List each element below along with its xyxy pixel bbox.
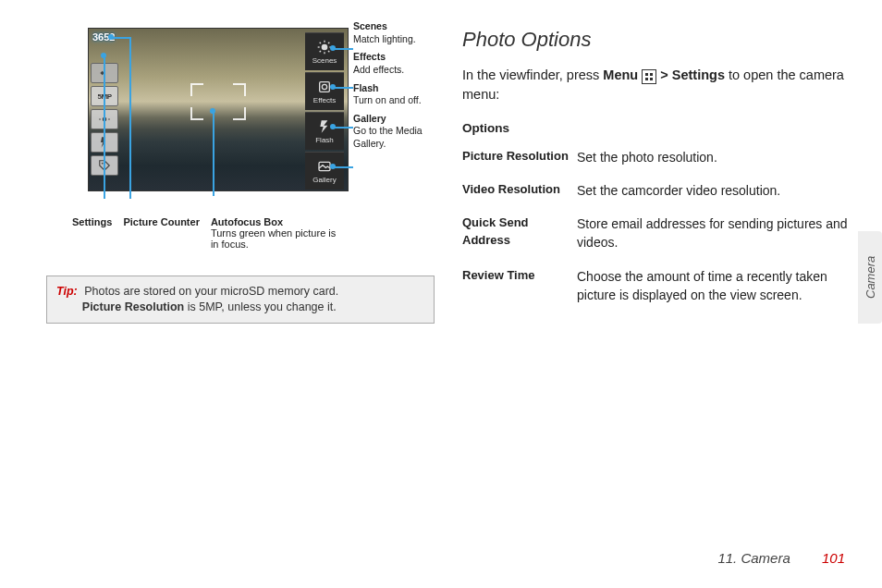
anno-autofocus-desc: Turns green when picture is in focus. — [211, 227, 336, 250]
anno-settings-title: Settings — [72, 216, 112, 227]
opt-picture-res-v: Set the photo resolution. — [577, 142, 854, 176]
footer-chapter: 11. Camera — [717, 550, 790, 566]
table-row: Review Time Choose the amount of time a … — [462, 262, 854, 314]
svg-rect-19 — [650, 73, 653, 76]
scenes-label: Scenes — [312, 56, 337, 65]
tip-line1: Photos are stored on your microSD memory… — [84, 285, 338, 298]
menu-key-icon — [642, 69, 656, 84]
intro-pre: In the viewfinder, press — [462, 67, 603, 82]
anno-gallery-desc: Go to the Media Gallery. — [353, 125, 423, 149]
table-row: Picture Resolution Set the photo resolut… — [462, 142, 854, 176]
viewfinder-preview: 3652 Scenes Effects Flash — [88, 28, 349, 191]
opt-review-v: Choose the amount of time a recently tak… — [577, 262, 854, 314]
camera-screenshot: 3652 Scenes Effects Flash — [46, 28, 411, 213]
footer-page: 101 — [822, 550, 845, 566]
right-annotations: ScenesMatch lighting. EffectsAdd effects… — [353, 20, 427, 156]
svg-line-6 — [328, 51, 329, 52]
tip-box: Tip: Photos are stored on your microSD m… — [46, 276, 435, 324]
anno-effects-title: Effects — [353, 51, 427, 64]
opt-video-res-k: Video Resolution — [462, 176, 577, 209]
options-header: Options — [462, 117, 854, 142]
tip-line2-post: is 5MP, unless you change it. — [184, 300, 336, 313]
intro-settings: Settings — [672, 67, 725, 82]
svg-line-7 — [320, 51, 321, 52]
anno-autofocus-title: Autofocus Box — [211, 216, 283, 227]
opt-picture-res-k: Picture Resolution — [462, 142, 577, 176]
under-annotations: Settings Picture Counter Autofocus Box T… — [46, 216, 435, 250]
anno-flash-desc: Turn on and off. — [353, 94, 422, 105]
tip-line2-bold: Picture Resolution — [82, 300, 184, 313]
flash-button[interactable]: Flash — [305, 112, 344, 150]
anno-counter-title: Picture Counter — [123, 216, 200, 227]
anno-gallery-title: Gallery — [353, 113, 427, 126]
section-tab: Camera — [858, 231, 882, 324]
gallery-label: Gallery — [312, 176, 336, 184]
svg-point-10 — [322, 84, 326, 89]
effects-label: Effects — [313, 96, 336, 104]
autofocus-box — [190, 83, 246, 120]
anno-scenes-desc: Match lighting. — [353, 33, 416, 44]
svg-rect-21 — [650, 78, 653, 80]
opt-quicksend-k: Quick Send Address — [462, 209, 577, 262]
svg-line-5 — [320, 42, 321, 43]
anno-effects-desc: Add effects. — [353, 64, 404, 75]
tip-label: Tip: — [56, 285, 78, 298]
flash-label: Flash — [315, 136, 334, 144]
opt-review-k: Review Time — [462, 262, 577, 314]
scenes-button[interactable]: Scenes — [305, 32, 344, 70]
options-table: Options Picture Resolution Set the photo… — [462, 117, 854, 314]
intro-paragraph: In the viewfinder, press Menu > Settings… — [462, 66, 854, 104]
svg-point-0 — [322, 43, 328, 50]
svg-line-8 — [328, 42, 329, 43]
intro-menu: Menu — [603, 67, 638, 82]
svg-rect-20 — [645, 78, 648, 80]
gallery-button[interactable]: Gallery — [305, 152, 344, 190]
effects-button[interactable]: Effects — [305, 72, 344, 110]
table-row: Quick Send Address Store email addresses… — [462, 209, 854, 262]
section-heading: Photo Options — [462, 28, 854, 52]
page-footer: 11. Camera 101 — [717, 550, 845, 566]
table-row: Video Resolution Set the camcorder video… — [462, 176, 854, 209]
anno-scenes-title: Scenes — [353, 20, 427, 33]
intro-gt: > — [660, 67, 668, 82]
svg-rect-18 — [645, 73, 648, 76]
anno-flash-title: Flash — [353, 82, 427, 95]
svg-rect-9 — [320, 81, 330, 92]
opt-quicksend-v: Store email addresses for sending pictur… — [577, 209, 854, 262]
opt-video-res-v: Set the camcorder video resolution. — [577, 176, 854, 209]
